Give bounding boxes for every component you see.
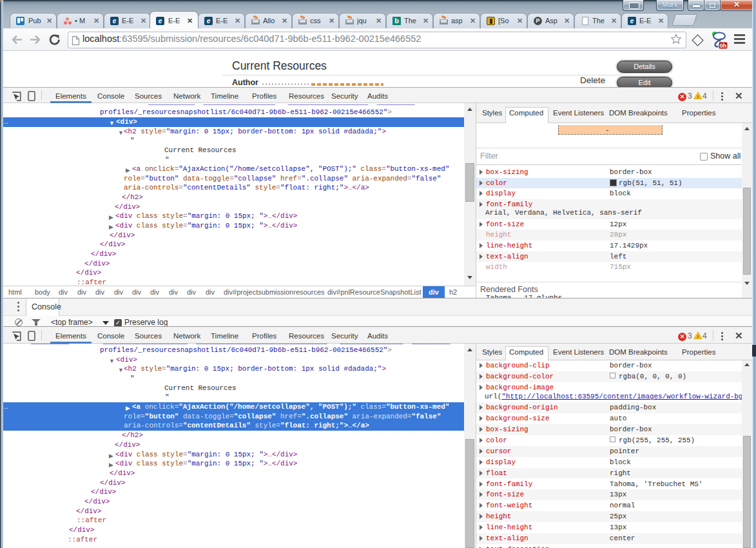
svg-text:0h: 0h <box>720 43 727 49</box>
